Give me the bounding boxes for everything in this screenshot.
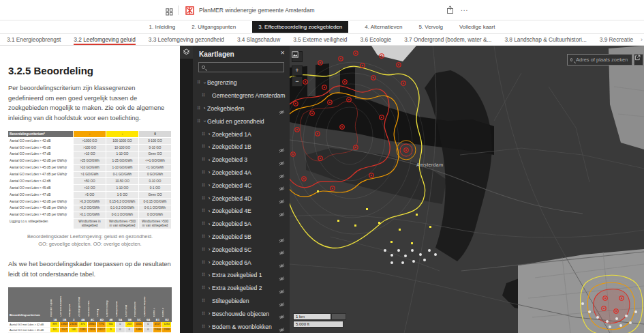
drag-handle-icon[interactable]: ⠿: [200, 196, 206, 201]
chevron-right-icon[interactable]: ›: [206, 272, 212, 278]
chevron-right-icon[interactable]: ›: [206, 221, 212, 227]
subnav-3-5-externe-veiligheid[interactable]: 3.5 Externe veiligheid: [293, 34, 347, 45]
layer-item-gemeentegrens-amsterdam[interactable]: ⠿Gemeentegrens Amsterdam: [193, 89, 290, 102]
map-search-input[interactable]: [574, 56, 629, 63]
external-link-icon: [634, 55, 641, 61]
drag-handle-icon[interactable]: ⠿: [200, 260, 206, 265]
layer-item-zoekgebied-4c[interactable]: ⠿›Zoekgebied 4C: [193, 179, 290, 192]
layer-item-begrenzing[interactable]: ⠿›Begrenzing: [193, 76, 290, 89]
subnav-3-4-slagschaduw[interactable]: 3.4 Slagschaduw: [237, 34, 280, 45]
layer-item-zoekgebied-5c[interactable]: ⠿›Zoekgebied 5C: [193, 243, 290, 256]
layer-item-zoekgebied-1b[interactable]: ⠿›Zoekgebied 1B: [193, 141, 290, 154]
subnav-3-6-ecologie[interactable]: 3.6 Ecologie: [361, 34, 392, 45]
layer-item-zoekgebied-3[interactable]: ⠿›Zoekgebied 3: [193, 154, 290, 166]
layers-search-input[interactable]: [205, 63, 273, 71]
close-icon[interactable]: ✕: [280, 50, 285, 56]
drag-handle-icon[interactable]: ⠿: [200, 170, 206, 175]
table1-cell: Aantal OO met Lden > 45 dB per GWh/jr: [8, 205, 74, 212]
layer-item-zoekgebied-5a[interactable]: ⠿›Zoekgebied 5A: [193, 218, 290, 231]
layer-item-geluid-en-gezondheid[interactable]: ⠿›Geluid en gezondheid: [193, 115, 290, 128]
layer-item-zoekgebieden[interactable]: ⠿›Zoekgebieden: [193, 102, 290, 115]
chevron-down-icon[interactable]: ›: [202, 80, 208, 85]
drag-handle-icon[interactable]: ⠿: [200, 208, 206, 214]
subnav-scroll-arrow[interactable]: ›: [640, 35, 643, 44]
layer-item-zoekgebied-6a[interactable]: ⠿›Zoekgebied 6A: [193, 256, 290, 269]
tab-4-alternatieven[interactable]: 4. Alternatieven: [365, 24, 402, 30]
drag-handle-icon[interactable]: ⠿: [200, 311, 206, 317]
drag-handle-icon[interactable]: ⠿: [200, 144, 206, 149]
chevron-right-icon[interactable]: ›: [206, 323, 212, 330]
chevron-right-icon[interactable]: ›: [206, 182, 212, 188]
chevron-right-icon[interactable]: ›: [206, 285, 212, 291]
chevron-right-icon[interactable]: ›: [206, 169, 212, 175]
drag-handle-icon[interactable]: ⠿: [200, 93, 206, 98]
drag-handle-icon[interactable]: ⠿: [200, 132, 206, 137]
layer-item-zoekgebied-4e[interactable]: ⠿›Zoekgebied 4E: [193, 205, 290, 218]
chevron-right-icon[interactable]: ›: [206, 131, 212, 137]
layer-item-extra-zoekgebied-1[interactable]: ⠿›Extra zoekgebied 1: [193, 269, 290, 282]
chevron-down-icon[interactable]: ›: [202, 119, 208, 124]
table1-cell: 0-0,15 OO/GWh: [139, 199, 172, 205]
drag-handle-icon[interactable]: ⠿: [200, 221, 206, 227]
table2-cell: 9: [106, 328, 116, 333]
drag-handle-icon[interactable]: ⠿: [200, 298, 206, 304]
table1-cell: Aantal GO met Lden > 45 dB per GWh/jr: [8, 165, 74, 172]
drag-handle-icon[interactable]: ⠿: [200, 234, 206, 240]
share-icon[interactable]: [446, 5, 454, 17]
subnav-3-7-ondergrond-bodem-water[interactable]: 3.7 Ondergrond (bodem, water &...: [404, 34, 491, 45]
tab-5-vervolg[interactable]: 5. Vervolg: [418, 24, 443, 30]
layer-label: Gemeentegrens Amsterdam: [212, 92, 290, 99]
chevron-right-icon[interactable]: ›: [206, 310, 212, 317]
app-launcher-icon[interactable]: [166, 6, 173, 18]
drag-handle-icon[interactable]: ⠿: [200, 272, 206, 278]
tab-2-uitgangspunten[interactable]: 2. Uitgangspunten: [191, 24, 236, 30]
drag-handle-icon[interactable]: ⠿: [200, 247, 206, 252]
subnav-3-8-landschap-cultuurhistori[interactable]: 3.8 Landschap & Cultuurhistori...: [504, 34, 586, 45]
layer-item-zoekgebied-4a[interactable]: ⠿›Zoekgebied 4A: [193, 166, 290, 179]
subnav-3-9-recreatie[interactable]: 3.9 Recreatie: [600, 34, 633, 45]
drag-handle-icon[interactable]: ⠿: [200, 324, 206, 330]
layers-search-box[interactable]: [198, 62, 284, 72]
header-divider: [178, 5, 179, 15]
table1-cell: 10-100 GO: [106, 145, 139, 151]
tab-1-inleiding[interactable]: 1. Inleiding: [149, 24, 176, 30]
more-options-icon[interactable]: ...: [461, 5, 468, 12]
layer-item-extra-zoekgebied-2[interactable]: ⠿›Extra zoekgebied 2: [193, 282, 290, 295]
chevron-right-icon[interactable]: ›: [206, 259, 212, 265]
hidden-eye-icon[interactable]: [279, 323, 285, 333]
layer-item-zoekgebied-1a[interactable]: ⠿›Zoekgebied 1A: [193, 128, 290, 141]
zoom-out-button[interactable]: −: [292, 76, 303, 87]
chevron-right-icon[interactable]: ›: [206, 246, 212, 252]
subnav-3-3-leefomgeving-gezondheid[interactable]: 3.3 Leefomgeving gezondheid: [149, 34, 224, 45]
layer-item-bodem-woonblokken[interactable]: ⠿›Bodem & woonblokken: [193, 320, 290, 333]
map-search-box[interactable]: [567, 54, 632, 66]
open-map-button[interactable]: [634, 54, 643, 66]
map-canvas[interactable]: Amsterdam + − 1 km 5.000 ft: [290, 46, 644, 333]
chevron-right-icon[interactable]: ›: [206, 157, 212, 163]
drag-handle-icon[interactable]: ⠿: [200, 183, 206, 188]
layers-widget-button[interactable]: [180, 46, 193, 59]
drag-handle-icon[interactable]: ⠿: [196, 106, 202, 111]
subnav-3-2-leefomgeving-geluid[interactable]: 3.2 Leefomgeving geluid: [74, 34, 135, 45]
layer-item-beschouwde-objecten[interactable]: ⠿›Beschouwde objecten: [193, 307, 290, 320]
chevron-right-icon[interactable]: ›: [206, 195, 212, 201]
zoom-in-button[interactable]: +: [292, 66, 303, 76]
table2-rotated-label: Zeeburgereiland: [78, 287, 88, 317]
chevron-right-icon[interactable]: ›: [202, 105, 207, 111]
table2-cell: 0: [116, 322, 125, 328]
table1-cell: Aantal OO met Lden > 45 dB: [8, 185, 74, 192]
layer-item-stiltegebieden[interactable]: ⠿Stiltegebieden: [193, 295, 290, 308]
chevron-right-icon[interactable]: ›: [206, 208, 212, 214]
layers-list: ⠿›Begrenzing⠿Gemeentegrens Amsterdam⠿›Zo…: [193, 76, 290, 333]
chevron-right-icon[interactable]: ›: [206, 233, 212, 240]
chevron-right-icon[interactable]: ›: [206, 144, 212, 150]
drag-handle-icon[interactable]: ⠿: [200, 157, 206, 162]
subnav-3-1-energieopbrengst[interactable]: 3.1 Energieopbrengst: [7, 34, 61, 45]
basemap-icon-button[interactable]: [292, 51, 303, 62]
layer-item-zoekgebied-4d[interactable]: ⠿›Zoekgebied 4D: [193, 192, 290, 205]
drag-handle-icon[interactable]: ⠿: [200, 285, 206, 291]
app-title: PlanMER windenergie gemeente Amsterdam: [199, 7, 315, 14]
tab-volledige-kaart[interactable]: Volledige kaart: [459, 24, 495, 30]
layer-item-zoekgebied-5b[interactable]: ⠿›Zoekgebied 5B: [193, 231, 290, 244]
tab-3-effectbeoordeling-zoekgebieden[interactable]: 3. Effectbeoordeling zoekgebieden: [252, 21, 348, 33]
